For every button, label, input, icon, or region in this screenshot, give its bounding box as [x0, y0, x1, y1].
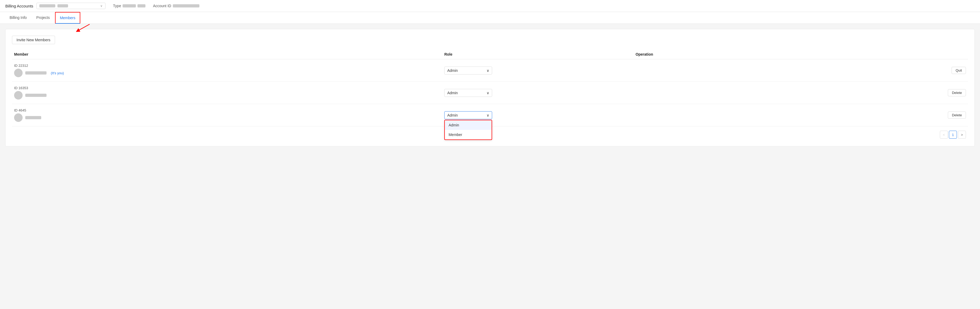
account-name-blurred: [39, 4, 55, 8]
top-bar: Billing Accounts ∨ Type Account ID: [0, 0, 980, 12]
type-value-blurred: [123, 4, 136, 8]
role-cell-3: Admin ∨ Admin Member: [442, 104, 633, 126]
role-value-3: Admin: [447, 113, 458, 117]
tab-projects-label: Projects: [37, 16, 50, 20]
member-id-3: ID 4645: [14, 108, 440, 112]
table-row: ID 16353 Admin ∨ Delete: [12, 82, 968, 104]
chevron-down-icon-role-3: ∨: [487, 113, 489, 117]
member-avatar-row-1: (It's you): [14, 69, 440, 77]
tab-members[interactable]: Members: [55, 12, 80, 24]
member-name-blurred-2: [25, 94, 46, 97]
table-row: ID 22312 (It's you) Admin ∨: [12, 59, 968, 82]
member-name-blurred-3: [25, 116, 41, 119]
tab-members-wrapper: Members: [55, 12, 80, 23]
avatar-2: [14, 91, 22, 99]
role-cell-2: Admin ∨: [442, 82, 633, 104]
type-label: Type: [113, 4, 121, 8]
chevron-down-icon: ∨: [100, 4, 103, 8]
chevron-left-icon: <: [943, 133, 945, 137]
pagination-page-1-button[interactable]: 1: [949, 131, 957, 139]
role-cell-1: Admin ∨: [442, 59, 633, 82]
col-header-operation: Operation: [633, 50, 968, 59]
member-id-1: ID 22312: [14, 64, 440, 67]
role-value-1: Admin: [447, 69, 458, 73]
type-code-blurred: [137, 4, 145, 8]
member-cell-2: ID 16353: [12, 82, 442, 104]
dropdown-option-member[interactable]: Member: [445, 130, 492, 139]
quit-button-1[interactable]: Quit: [951, 67, 966, 74]
avatar-1: [14, 69, 22, 77]
avatar-3: [14, 114, 22, 122]
member-cell-3: ID 4645: [12, 104, 442, 126]
tab-bar: Billing Info Projects Members: [0, 12, 980, 24]
invite-new-members-button[interactable]: Invite New Members: [12, 36, 55, 44]
account-id-section: Account ID: [153, 4, 199, 8]
main-content: Invite New Members Member Role Operation…: [0, 24, 980, 309]
member-cell-1: ID 22312 (It's you): [12, 59, 442, 82]
col-header-member: Member: [12, 50, 442, 59]
operation-cell-2: Delete: [633, 82, 968, 104]
its-you-label-1: (It's you): [51, 71, 64, 75]
chevron-right-icon: >: [961, 133, 963, 137]
type-section: Type: [113, 4, 145, 8]
chevron-down-icon-role-1: ∨: [487, 69, 489, 73]
role-dropdown-options-3: Admin Member: [444, 120, 492, 140]
tab-members-label: Members: [60, 16, 75, 20]
col-header-role: Role: [442, 50, 633, 59]
pagination-next-button[interactable]: >: [958, 131, 966, 139]
role-value-2: Admin: [447, 91, 458, 95]
tab-billing-info-label: Billing Info: [10, 16, 27, 20]
member-id-2: ID 16353: [14, 86, 440, 90]
role-dropdown-container-3: Admin ∨ Admin Member: [444, 111, 492, 119]
account-id-value-blurred: [173, 4, 199, 8]
delete-button-3[interactable]: Delete: [948, 112, 966, 119]
page-number-1: 1: [952, 133, 954, 137]
account-dropdown[interactable]: ∨: [37, 3, 105, 9]
billing-accounts-label: Billing Accounts: [5, 4, 33, 8]
chevron-down-icon-role-2: ∨: [487, 91, 489, 95]
delete-button-2[interactable]: Delete: [948, 89, 966, 96]
account-select-text: [39, 4, 98, 8]
member-avatar-row-2: [14, 91, 440, 99]
operation-cell-3: Delete: [633, 104, 968, 126]
role-dropdown-2[interactable]: Admin ∨: [444, 89, 492, 97]
content-card: Invite New Members Member Role Operation…: [5, 29, 975, 146]
role-dropdown-1[interactable]: Admin ∨: [444, 67, 492, 75]
account-code-blurred: [57, 4, 68, 8]
tab-projects[interactable]: Projects: [32, 12, 54, 23]
pagination-prev-button[interactable]: <: [940, 131, 948, 139]
account-id-label: Account ID: [153, 4, 171, 8]
table-row: ID 4645 Admin ∨: [12, 104, 968, 126]
members-table: Member Role Operation ID 22312 (It's you…: [12, 50, 968, 126]
dropdown-option-admin[interactable]: Admin: [445, 120, 492, 130]
role-dropdown-3[interactable]: Admin ∨: [444, 111, 492, 119]
member-avatar-row-3: [14, 114, 440, 122]
operation-cell-1: Quit: [633, 59, 968, 82]
tab-billing-info[interactable]: Billing Info: [5, 12, 31, 23]
member-name-blurred-1: [25, 71, 46, 75]
